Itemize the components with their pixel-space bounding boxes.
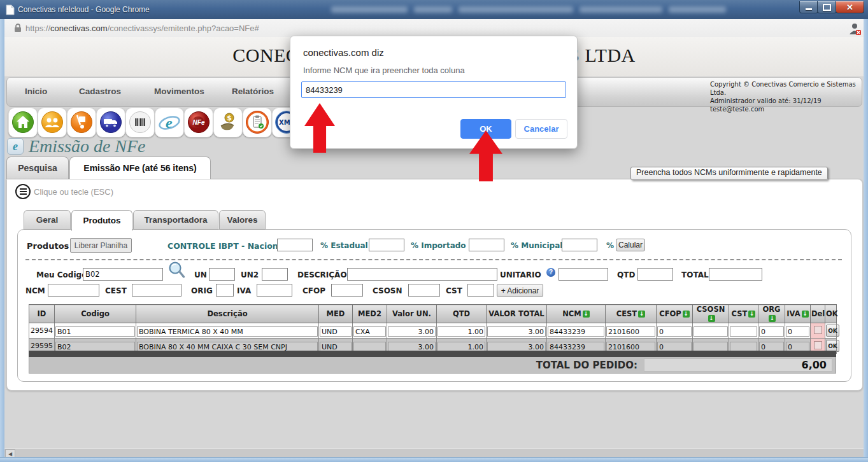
delete-checkbox[interactable] [814, 326, 822, 334]
svg-text:e: e [166, 115, 173, 131]
cell-ncm-input[interactable] [548, 326, 604, 337]
cell-med2-input[interactable] [353, 326, 386, 337]
tab-produtos[interactable]: Produtos [71, 210, 132, 231]
col-descricao: Descrição [136, 305, 319, 323]
col-codigo: Codigo [55, 305, 136, 323]
minimize-button[interactable] [799, 1, 818, 13]
col-csosn: CSOSN [693, 305, 729, 323]
barcode-button[interactable] [125, 108, 155, 137]
ncm-prompt-input[interactable] [301, 81, 566, 98]
col-ok: OK [825, 305, 837, 323]
maximize-button[interactable] [817, 1, 837, 13]
tab-geral[interactable]: Geral [24, 210, 71, 230]
cfop-label: CFOP [302, 286, 325, 295]
menu-movimentos[interactable]: Movimentos [154, 87, 204, 96]
total-input[interactable] [709, 268, 762, 281]
cell-descricao-input[interactable] [137, 326, 318, 337]
cell-id: 29595 [30, 342, 53, 350]
horizontal-scrollbar[interactable] [4, 448, 864, 458]
window-titlebar: Conectivas nfeIcloud - Google Chrome [0, 0, 868, 20]
cell-codigo-input[interactable] [55, 326, 135, 337]
nfe-service-button[interactable]: e [155, 108, 184, 137]
window-title: Conectivas nfeIcloud - Google Chrome [18, 5, 150, 14]
nfe-brazil-button[interactable]: NFe [184, 108, 213, 137]
billing-button[interactable]: $ [213, 108, 243, 137]
clients-button[interactable] [38, 108, 67, 137]
lock-icon [13, 23, 23, 33]
fill-column-iva-icon[interactable] [802, 311, 809, 318]
nfe-brazil-icon: NFe [187, 111, 210, 134]
descricao-input[interactable] [347, 268, 497, 281]
ncm-tooltip: Preencha todos NCMs uniformimente e rapi… [630, 167, 828, 180]
cell-org-input[interactable] [759, 326, 784, 337]
calular-button[interactable]: Calular [616, 239, 645, 251]
fill-column-cst-icon[interactable] [748, 311, 755, 318]
cell-csosn-input[interactable] [694, 326, 728, 337]
fill-column-csosn-icon[interactable] [708, 315, 715, 322]
cell-cst-input[interactable] [730, 326, 757, 337]
cell-qtd-input[interactable] [438, 326, 485, 337]
stock-button[interactable] [67, 108, 96, 137]
window-border-right [864, 19, 868, 462]
cell-cfop-input[interactable] [657, 326, 692, 337]
ibpt-municipal-input[interactable] [562, 239, 597, 251]
orders-button[interactable] [243, 108, 272, 137]
total-pedido-value: 6,00 [644, 358, 832, 372]
un-input[interactable] [209, 268, 235, 281]
profile-error-icon[interactable] [848, 22, 862, 36]
cell-valor-un-input[interactable] [388, 326, 436, 337]
meu-codigo-input[interactable] [83, 268, 163, 281]
row-ok-button[interactable]: OK [826, 325, 839, 337]
iva-input[interactable] [257, 284, 292, 297]
help-icon[interactable]: ? [546, 268, 555, 277]
ncm-input[interactable] [48, 284, 99, 297]
tab-emissao-nfe[interactable]: Emissão NFe (até 56 itens) [69, 157, 211, 179]
tab-pesquisa[interactable]: Pesquisa [6, 157, 69, 179]
shipping-button[interactable] [96, 108, 125, 137]
address-bar[interactable]: https://conectivas.com/conectivassys/emi… [4, 19, 864, 38]
tab-transportadora[interactable]: Transportadora [133, 210, 218, 230]
search-icon[interactable] [167, 260, 187, 280]
close-button[interactable] [836, 1, 864, 13]
un2-input[interactable] [262, 268, 288, 281]
hamburger-menu-icon[interactable] [15, 184, 31, 199]
cell-cest-input[interactable] [606, 326, 655, 337]
minimize-icon [806, 8, 812, 10]
col-valor-total: VALOR TOTAL [487, 305, 547, 323]
total-pedido-label: TOTAL DO PEDIDO: [446, 360, 637, 371]
col-valor-un: Valor UN. [387, 305, 437, 323]
adicionar-button[interactable]: + Adicionar [497, 284, 543, 297]
ibpt-estadual-input[interactable] [369, 239, 404, 251]
menu-relatorios[interactable]: Relatórios [232, 87, 274, 96]
cell-med-input[interactable] [320, 326, 352, 337]
ibpt-importado-input[interactable] [469, 239, 504, 251]
unitario-input[interactable] [559, 268, 608, 281]
fill-column-cfop-icon[interactable] [683, 311, 690, 318]
table-row: 29594 OK [29, 323, 837, 339]
cell-valor-total-input[interactable] [487, 326, 546, 337]
ibpt-nacional-input[interactable] [277, 239, 313, 251]
estadual-label: % Estadual [320, 241, 368, 250]
fill-column-ncm-icon[interactable] [583, 311, 590, 318]
liberar-planilha-button[interactable]: Liberar Planilha [70, 238, 132, 253]
browser-window: Conectivas nfeIcloud - Google Chrome htt… [0, 0, 868, 462]
cell-iva-input[interactable] [786, 326, 809, 337]
url-text[interactable]: https://conectivas.com/conectivassys/emi… [25, 24, 259, 33]
cest-input[interactable] [132, 284, 181, 297]
cst-input[interactable] [467, 284, 494, 297]
delete-checkbox[interactable] [814, 341, 822, 349]
orig-input[interactable] [216, 284, 234, 297]
menu-cadastros[interactable]: Cadastros [79, 87, 121, 96]
cst-label: CST [446, 286, 462, 295]
dialog-cancel-button[interactable]: Cancelar [515, 119, 567, 139]
tab-valores[interactable]: Valores [219, 210, 266, 230]
csosn-input[interactable] [408, 284, 440, 297]
col-del: Del [811, 305, 825, 323]
fill-column-org-icon[interactable] [769, 315, 776, 322]
cfop-input[interactable] [331, 284, 363, 297]
home-button[interactable] [8, 108, 38, 137]
nfe-mini-icon: e [7, 138, 24, 155]
qtd-input[interactable] [637, 268, 673, 281]
fill-column-cest-icon[interactable] [638, 311, 645, 318]
menu-inicio[interactable]: Inicio [25, 87, 47, 96]
